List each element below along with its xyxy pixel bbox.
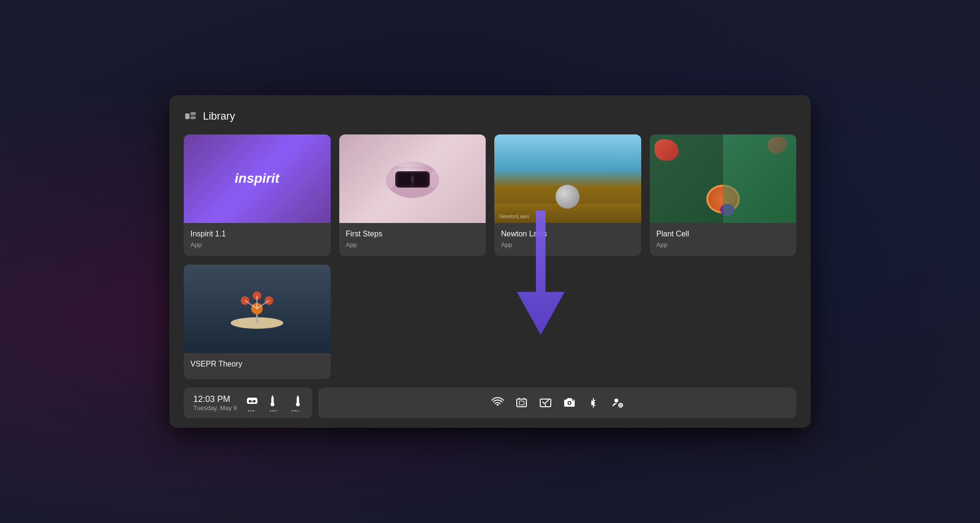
app-name-first-steps: First Steps xyxy=(346,230,479,238)
svg-point-35 xyxy=(568,402,570,404)
app-name-vsepr: VSEPR Theory xyxy=(190,360,324,368)
app-grid-placeholder-4 xyxy=(650,265,797,379)
svg-rect-22 xyxy=(252,401,253,402)
app-grid-row2: VSEPR Theory xyxy=(184,265,796,379)
main-window: Library inspirit Inspirit 1.1 App xyxy=(169,95,811,428)
svg-rect-29 xyxy=(298,402,299,405)
taskbar-time-block: 12:03 PM Tuesday, May 9 xyxy=(193,394,237,412)
clock-date: Tuesday, May 9 xyxy=(193,404,237,412)
svg-rect-20 xyxy=(249,400,251,402)
app-type-inspirit: App xyxy=(190,241,324,248)
svg-point-39 xyxy=(614,399,618,402)
inspirit-logo-text: inspirit xyxy=(235,171,279,186)
app-type-newton-laws: App xyxy=(501,241,635,248)
svg-rect-1 xyxy=(190,112,196,115)
taskbar-right xyxy=(318,388,796,419)
clock-time: 12:03 PM xyxy=(193,394,237,405)
left-controller-dots xyxy=(270,410,278,412)
right-controller-dots xyxy=(292,410,301,412)
headset-signal-dots xyxy=(248,410,256,412)
wifi-icon[interactable] xyxy=(491,396,504,410)
svg-rect-23 xyxy=(271,397,274,403)
svg-rect-32 xyxy=(519,401,524,405)
screen-capture-icon[interactable] xyxy=(515,396,528,410)
svg-point-41 xyxy=(620,405,621,406)
svg-rect-31 xyxy=(517,399,526,407)
app-grid-row1: inspirit Inspirit 1.1 App xyxy=(184,134,796,256)
svg-rect-8 xyxy=(411,176,414,183)
app-card-vsepr[interactable]: VSEPR Theory xyxy=(184,265,331,379)
vr-headset-icon[interactable] xyxy=(245,395,259,412)
taskbar: 12:03 PM Tuesday, May 9 xyxy=(184,388,796,428)
library-header: Library xyxy=(184,110,796,123)
app-info-newton-laws: Newton Laws App xyxy=(494,223,641,256)
app-name-inspirit: Inspirit 1.1 xyxy=(190,230,324,238)
library-icon xyxy=(184,110,197,123)
svg-rect-2 xyxy=(190,116,196,119)
vsepr-scene xyxy=(184,265,331,353)
svg-rect-0 xyxy=(185,113,189,119)
app-type-first-steps: App xyxy=(346,241,479,248)
app-type-plant-cell: App xyxy=(657,241,790,248)
app-thumbnail-vsepr xyxy=(184,265,331,353)
svg-rect-21 xyxy=(253,400,256,402)
user-settings-icon[interactable] xyxy=(611,396,624,410)
app-name-newton-laws: Newton Laws xyxy=(501,230,635,238)
svg-point-10 xyxy=(430,170,438,188)
app-thumbnail-inspirit: inspirit xyxy=(184,134,331,223)
svg-point-9 xyxy=(387,170,395,188)
app-info-plant-cell: Plant Cell App xyxy=(650,223,797,256)
app-thumbnail-newton-laws: NewtonLaws xyxy=(494,134,641,223)
camera-settings-icon[interactable] xyxy=(563,396,576,410)
svg-rect-25 xyxy=(272,402,273,405)
app-card-newton-laws[interactable]: NewtonLaws Newton Laws App xyxy=(494,134,641,256)
app-info-vsepr: VSEPR Theory xyxy=(184,353,331,379)
app-thumbnail-first-steps xyxy=(339,134,486,223)
app-info-first-steps: First Steps App xyxy=(339,223,486,256)
taskbar-left: 12:03 PM Tuesday, May 9 xyxy=(184,388,312,419)
app-card-first-steps[interactable]: First Steps App xyxy=(339,134,486,256)
library-title: Library xyxy=(203,110,235,122)
svg-rect-7 xyxy=(413,173,427,186)
app-card-plant-cell[interactable]: Plant Cell App xyxy=(650,134,797,256)
cast-icon[interactable] xyxy=(539,396,552,410)
controller-left-icon[interactable] xyxy=(267,395,281,412)
bluetooth-icon[interactable] xyxy=(587,396,600,410)
app-grid-placeholder-3 xyxy=(494,265,641,379)
app-info-inspirit: Inspirit 1.1 App xyxy=(184,223,331,256)
svg-rect-27 xyxy=(297,397,299,403)
newton-ball xyxy=(556,185,579,209)
app-thumbnail-plant-cell xyxy=(650,134,797,223)
newton-scene: NewtonLaws xyxy=(494,134,641,223)
app-card-inspirit[interactable]: inspirit Inspirit 1.1 App xyxy=(184,134,331,256)
svg-point-30 xyxy=(297,395,299,397)
svg-point-26 xyxy=(272,395,273,397)
app-grid-placeholder-2 xyxy=(339,265,486,379)
app-name-plant-cell: Plant Cell xyxy=(657,230,790,238)
controller-right-icon[interactable] xyxy=(290,395,303,412)
svg-rect-6 xyxy=(398,173,412,186)
plant-scene xyxy=(650,134,797,223)
